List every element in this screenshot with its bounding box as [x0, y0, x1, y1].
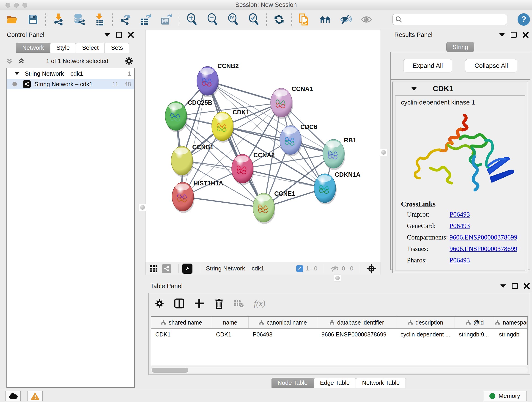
search-input[interactable] [402, 16, 504, 23]
network-options-gear-icon[interactable] [125, 57, 133, 65]
close-panel-icon[interactable] [128, 32, 134, 38]
import-network-from-database-button[interactable] [73, 13, 85, 26]
zoom-in-button[interactable] [186, 13, 198, 26]
column-header-namespace[interactable]: namespace [495, 317, 528, 328]
network-node-ccnb2[interactable]: CCNB2 [197, 63, 239, 97]
table-cell[interactable]: P06493 [249, 331, 317, 338]
table-row[interactable]: CDK1CDK1P064939606.ENSP00000378699cyclin… [151, 329, 527, 340]
section-collapse-icon[interactable] [411, 87, 417, 90]
tab-node-table[interactable]: Node Table [272, 378, 314, 388]
cloud-status-button[interactable] [6, 391, 21, 401]
network-edge[interactable] [222, 126, 334, 154]
pan-crosshair-icon[interactable] [366, 264, 376, 274]
collapse-all-button[interactable]: Collapse All [465, 59, 517, 72]
export-network-button[interactable] [119, 13, 131, 26]
memory-button[interactable]: Memory [483, 391, 526, 401]
panel-menu-icon[interactable] [500, 284, 506, 288]
import-network-button[interactable] [52, 13, 64, 26]
new-network-from-selection-button[interactable] [298, 13, 310, 26]
network-node-hist1h1a[interactable]: HIST1H1A [172, 180, 223, 213]
hidden-eye-icon[interactable] [330, 265, 339, 272]
crosslink-link[interactable]: P06493 [450, 256, 470, 264]
column-header-name[interactable]: name [212, 317, 249, 328]
table-horizontal-scrollbar[interactable] [151, 367, 528, 373]
table-cell[interactable]: CDK1 [151, 331, 212, 338]
table-cell[interactable]: stringdb [495, 331, 528, 338]
open-session-button[interactable] [6, 13, 18, 26]
network-view-mode-icon[interactable] [162, 264, 171, 273]
close-window-icon[interactable] [6, 3, 10, 7]
minimize-window-icon[interactable] [14, 3, 19, 7]
panel-menu-icon[interactable] [499, 33, 505, 37]
grid-view-icon[interactable] [150, 264, 158, 273]
export-table-button[interactable] [140, 13, 152, 26]
expand-all-button[interactable]: Expand All [403, 59, 452, 72]
tab-network-table[interactable]: Network Table [356, 378, 406, 388]
horizontal-splitter-handle[interactable] [334, 274, 341, 281]
crosslink-link[interactable]: P06493 [450, 222, 470, 230]
table-cell[interactable]: stringdb:9... [455, 331, 495, 338]
float-panel-icon[interactable] [116, 32, 122, 38]
traffic-lights[interactable] [6, 3, 27, 7]
table-options-gear-icon[interactable] [155, 299, 164, 308]
string-home-button[interactable] [319, 13, 331, 26]
left-splitter-handle[interactable] [139, 204, 146, 211]
add-column-plus-icon[interactable] [194, 298, 204, 308]
delete-trash-icon[interactable] [215, 298, 224, 309]
tab-sets[interactable]: Sets [105, 43, 129, 53]
tab-network[interactable]: Network [16, 43, 50, 53]
float-panel-icon[interactable] [512, 283, 518, 289]
crosslink-link[interactable]: P06493 [450, 211, 470, 218]
selected-checkbox-icon[interactable]: ✓ [296, 265, 303, 272]
crosslink-link[interactable]: 9606.ENSP00000378699 [450, 245, 517, 253]
node-table[interactable]: shared namenamecanonical namedatabase id… [151, 316, 528, 365]
import-table-button[interactable] [94, 13, 106, 26]
column-header-database-identifier[interactable]: database identifier [317, 317, 396, 328]
float-panel-icon[interactable] [511, 32, 517, 38]
tab-edge-table[interactable]: Edge Table [314, 378, 356, 388]
warnings-button[interactable] [27, 391, 43, 401]
network-node-cdc6[interactable]: CDC6 [280, 123, 317, 156]
gene-section-header[interactable]: CDK1 [393, 82, 528, 95]
column-header--id[interactable]: @id [455, 317, 495, 328]
tab-style[interactable]: Style [50, 43, 76, 53]
collection-expand-icon[interactable] [15, 72, 19, 75]
network-edge[interactable] [208, 81, 264, 208]
network-row-selected[interactable]: String Network – cdk1 11 48 [7, 79, 134, 89]
delete-table-icon[interactable] [234, 299, 244, 307]
network-view[interactable]: CCNB2CCNA1CDC25BCDK1CDC6RB1CCNB1CCNA2CDK… [145, 30, 381, 275]
table-cell[interactable]: cyclin-dependent ... [396, 331, 455, 338]
function-builder-fx-icon[interactable]: f(x) [254, 299, 265, 308]
crosslink-link[interactable]: 9606.ENSP00000378699 [450, 234, 517, 241]
network-node-cdc25b[interactable]: CDC25B [165, 99, 212, 132]
network-node-ccne1[interactable]: CCNE1 [253, 190, 295, 224]
show-columns-icon[interactable] [174, 298, 184, 308]
grayed-eye-button[interactable] [360, 13, 372, 26]
refresh-view-button[interactable] [273, 13, 285, 26]
column-header-description[interactable]: description [396, 317, 455, 328]
help-button[interactable]: ? [518, 13, 530, 26]
network-collection-row[interactable]: String Network – cdk1 1 [7, 68, 134, 79]
column-header-shared-name[interactable]: shared name [151, 317, 212, 328]
network-canvas[interactable]: CCNB2CCNA1CDC25BCDK1CDC6RB1CCNB1CCNA2CDK… [146, 30, 380, 262]
collapse-all-networks-icon[interactable] [18, 57, 25, 64]
table-cell[interactable]: CDK1 [212, 331, 249, 338]
panel-menu-icon[interactable] [104, 33, 110, 37]
expand-all-networks-icon[interactable] [6, 57, 13, 64]
network-node-ccna1[interactable]: CCNA1 [271, 85, 313, 119]
close-panel-icon[interactable] [523, 32, 529, 38]
tab-select[interactable]: Select [76, 43, 105, 53]
network-node-rb1[interactable]: RB1 [323, 137, 356, 170]
column-header-canonical-name[interactable]: canonical name [249, 317, 317, 328]
zoom-out-button[interactable] [206, 13, 218, 26]
tab-string[interactable]: String [446, 42, 474, 52]
save-session-button[interactable] [27, 13, 39, 26]
hide-unhide-button[interactable] [340, 13, 352, 26]
scrollbar-thumb[interactable] [152, 368, 188, 373]
close-panel-icon[interactable] [524, 283, 530, 289]
export-image-button[interactable] [160, 13, 172, 26]
zoom-window-icon[interactable] [22, 3, 27, 7]
table-cell[interactable]: 9606.ENSP00000378699 [317, 331, 396, 338]
network-edge[interactable] [183, 197, 264, 208]
birds-eye-view-icon[interactable] [182, 264, 192, 274]
